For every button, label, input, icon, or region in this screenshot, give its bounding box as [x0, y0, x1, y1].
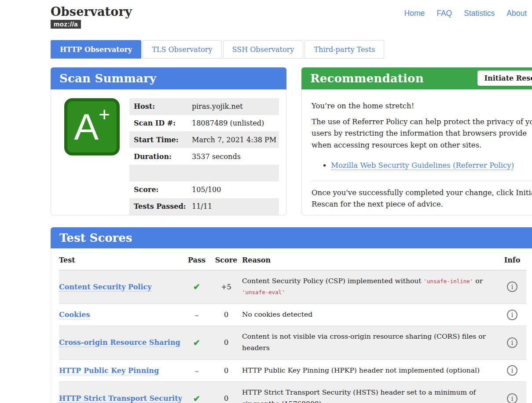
recommendation-title: Recommendation	[310, 72, 424, 85]
test-row-cross-origin-resource-sharing: Cross-origin Resource Sharing✔0Content i…	[59, 326, 526, 359]
summary-label	[129, 165, 189, 181]
brand-logo[interactable]: Observatory moz://a	[51, 5, 132, 29]
column-header-reason: Reason	[242, 248, 498, 270]
summary-label: Score:	[129, 181, 189, 198]
test-link-http-strict-transport-security[interactable]: HTTP Strict Transport Security	[59, 394, 182, 403]
test-scores-section: Test Scores Test Pass Score Reason Info …	[51, 227, 532, 403]
test-scores-rows: Content Security Policy✔+5Content Securi…	[59, 270, 526, 403]
test-row-content-security-policy: Content Security Policy✔+5Content Securi…	[59, 270, 526, 303]
summary-row-tests-passed: Tests Passed:11/11	[129, 198, 279, 215]
score-value: 0	[210, 326, 242, 359]
pass-dash-icon: –	[194, 365, 199, 376]
summary-label: Duration:	[129, 148, 189, 165]
tab-third-party-tests[interactable]: Third-party Tests	[305, 40, 384, 59]
test-row-http-strict-transport-security: HTTP Strict Transport Security✔0HTTP Str…	[59, 382, 526, 403]
column-header-test: Test	[59, 248, 183, 270]
pass-check-icon: ✔	[193, 394, 200, 403]
tab-http-observatory[interactable]: HTTP Observatory	[51, 40, 141, 59]
summary-row-host: Host:piras.yojik.net	[129, 98, 279, 115]
summary-label: Scan ID #:	[129, 115, 189, 132]
pass-check-icon: ✔	[193, 338, 200, 348]
info-icon[interactable]: i	[507, 393, 517, 403]
list-item: Mozilla Web Security Guidelines (Referre…	[331, 160, 532, 171]
tab-tls-observatory[interactable]: TLS Observatory	[143, 40, 221, 59]
summary-label: Host:	[129, 98, 189, 115]
summary-row-start-time: Start Time:March 7, 2021 4:38 PM	[129, 131, 279, 148]
test-scores-title: Test Scores	[59, 231, 132, 244]
test-link-cookies[interactable]: Cookies	[59, 311, 90, 319]
recommendation-panel: Recommendation Initiate Rescan You’re on…	[301, 67, 532, 215]
reason-text: Content is not visible via cross-origin …	[242, 326, 498, 359]
initiate-rescan-button[interactable]: Initiate Rescan	[477, 70, 532, 86]
scan-summary-header: Scan Summary	[51, 67, 286, 89]
tab-ssh-observatory[interactable]: SSH Observatory	[223, 40, 304, 59]
summary-value: March 7, 2021 4:38 PM	[189, 131, 279, 148]
nav-link-about[interactable]: About	[506, 9, 527, 18]
summary-label: Tests Passed:	[129, 198, 189, 215]
test-scores-body: Test Pass Score Reason Info Content Secu…	[51, 248, 532, 403]
reason-text: HTTP Strict Transport Security (HSTS) he…	[242, 382, 498, 403]
scan-summary-title: Scan Summary	[59, 72, 156, 85]
column-header-pass: Pass	[183, 248, 210, 270]
score-value: 0	[210, 303, 242, 326]
table-header-row: Test Pass Score Reason Info	[59, 248, 526, 270]
scan-summary-body: A + Host:piras.yojik.netScan ID #:180874…	[51, 89, 286, 215]
grade-letter: A	[74, 108, 99, 145]
nav-link-statistics[interactable]: Statistics	[464, 9, 495, 18]
score-value: 0	[210, 359, 242, 382]
page-header: Observatory moz://a HomeFAQStatisticsAbo…	[0, 0, 532, 29]
brand-title: Observatory	[51, 5, 132, 18]
grade-modifier: +	[99, 105, 110, 124]
code-snippet: 'unsafe-eval'	[242, 289, 285, 296]
summary-row-score: Score:105/100	[129, 181, 279, 198]
scan-summary-table: Host:piras.yojik.netScan ID #:18087489 (…	[129, 98, 279, 215]
pass-check-icon: ✔	[193, 282, 200, 292]
divider	[312, 181, 532, 181]
pass-dash-icon: –	[194, 309, 199, 320]
recommendation-footer: Once you've successfully completed your …	[312, 187, 532, 211]
column-header-info: Info	[498, 248, 526, 270]
nav-link-home[interactable]: Home	[404, 9, 425, 18]
test-scores-table: Test Pass Score Reason Info Content Secu…	[59, 248, 526, 403]
summary-label: Start Time:	[129, 131, 189, 148]
recommendation-intro: You’re on the home stretch!	[312, 100, 532, 112]
test-row-cookies: Cookies–0No cookies detectedi	[59, 303, 526, 326]
code-snippet: 'unsafe-inline'	[424, 278, 473, 285]
summary-value: piras.yojik.net	[189, 98, 279, 115]
info-icon[interactable]: i	[507, 337, 517, 348]
reason-text: No cookies detected	[242, 303, 498, 326]
summary-row-spacer	[129, 165, 279, 181]
summary-row-scan-id: Scan ID #:18087489 (unlisted)	[129, 115, 279, 132]
summary-value: 105/100	[189, 181, 279, 198]
top-panels: Scan Summary A + Host:piras.yojik.netSca…	[51, 67, 532, 215]
score-value: +5	[210, 270, 242, 303]
summary-row-duration: Duration:3537 seconds	[129, 148, 279, 165]
test-row-http-public-key-pinning: HTTP Public Key Pinning–0HTTP Public Key…	[59, 359, 526, 382]
main-nav: HomeFAQStatisticsAbout	[393, 9, 527, 18]
referrer-policy-guidelines-link[interactable]: Mozilla Web Security Guidelines (Referre…	[331, 161, 514, 170]
recommendation-header: Recommendation Initiate Rescan	[301, 67, 532, 89]
test-link-cross-origin-resource-sharing[interactable]: Cross-origin Resource Sharing	[59, 338, 180, 347]
score-value: 0	[210, 382, 242, 403]
recommendation-body: You’re on the home stretch! The use of R…	[301, 89, 532, 215]
summary-value: 3537 seconds	[189, 148, 279, 165]
reason-text: HTTP Public Key Pinning (HPKP) header no…	[242, 359, 498, 382]
reason-text: Content Security Policy (CSP) implemente…	[242, 270, 498, 303]
scan-summary-panel: Scan Summary A + Host:piras.yojik.netSca…	[51, 67, 286, 215]
info-icon[interactable]: i	[507, 281, 517, 292]
info-icon[interactable]: i	[507, 310, 517, 320]
nav-link-faq[interactable]: FAQ	[437, 9, 452, 18]
summary-value: 18087489 (unlisted)	[189, 115, 279, 132]
recommendation-text: The use of Referrer Policy can help prot…	[312, 116, 532, 151]
test-link-content-security-policy[interactable]: Content Security Policy	[59, 283, 152, 292]
summary-value	[189, 165, 279, 181]
mozilla-logo: moz://a	[51, 20, 81, 29]
test-link-http-public-key-pinning[interactable]: HTTP Public Key Pinning	[59, 366, 159, 375]
recommendation-links: Mozilla Web Security Guidelines (Referre…	[312, 160, 532, 171]
test-scores-banner: Test Scores	[51, 227, 532, 248]
info-icon[interactable]: i	[507, 365, 517, 376]
scan-summary-rows: Host:piras.yojik.netScan ID #:18087489 (…	[129, 98, 279, 215]
summary-value: 11/11	[189, 198, 279, 215]
column-header-score: Score	[210, 248, 242, 270]
grade-badge: A +	[64, 98, 120, 155]
